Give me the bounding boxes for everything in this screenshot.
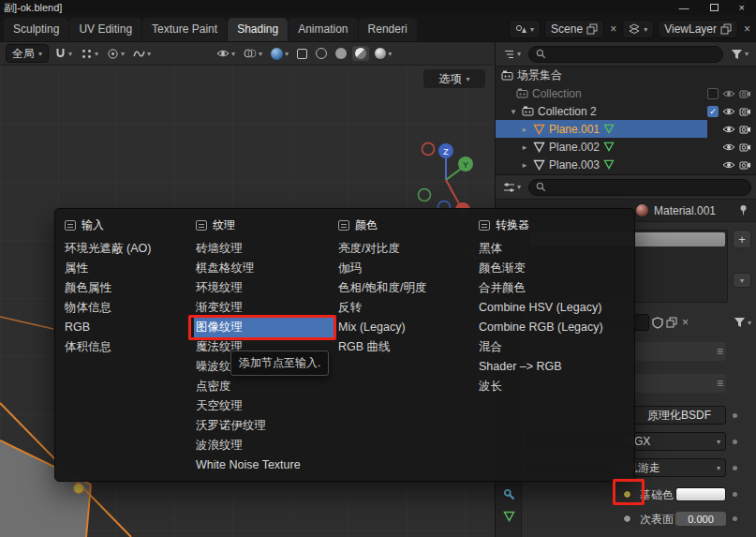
slot-specials-button[interactable]: ▾ (733, 273, 751, 288)
new-scene-icon[interactable] (586, 23, 598, 35)
decorator-dot[interactable] (733, 466, 737, 470)
menu-item[interactable]: 合并颜色 (477, 278, 629, 298)
xray-shading-dropdown[interactable]: ▾ (268, 46, 291, 62)
menu-item[interactable]: Combine RGB (Legacy) (477, 318, 629, 337)
close-button[interactable]: × (739, 1, 745, 14)
camera-icon[interactable] (739, 124, 751, 134)
outliner-row-collection-2[interactable]: ▾ Collection 2 ✓ (496, 102, 756, 120)
unlink-scene-button[interactable]: × (608, 22, 618, 36)
camera-icon[interactable] (739, 106, 751, 116)
expand-arrow-icon[interactable]: ▾ (509, 107, 518, 116)
menu-item[interactable]: Shader –> RGB (477, 357, 629, 377)
menu-item[interactable]: 颜色渐变 (477, 259, 629, 278)
tab-rendering[interactable]: Renderi (359, 18, 417, 41)
outliner-row-plane-003[interactable]: ▸ Plane.003 (496, 156, 756, 173)
tab-shading[interactable]: Shading (228, 18, 288, 41)
copy-material-icon[interactable] (666, 317, 677, 328)
eye-icon[interactable] (722, 106, 735, 117)
viewlayer-name-field[interactable]: ViewLayer (658, 20, 738, 38)
exclude-checkbox[interactable]: ✓ (707, 106, 719, 117)
outliner-row-plane-002[interactable]: ▸ Plane.002 (496, 138, 756, 156)
fake-user-shield-icon[interactable] (652, 317, 663, 329)
unlink-material-button[interactable]: × (680, 316, 690, 329)
minimize-button[interactable]: — (679, 1, 689, 14)
outliner-row-collection[interactable]: Collection (496, 84, 756, 102)
menu-item[interactable]: 波长 (477, 377, 629, 396)
menu-item[interactable]: White Noise Texture (194, 455, 334, 475)
scene-browse-button[interactable]: ▾ (509, 20, 541, 38)
menu-item[interactable]: Mix (Legacy) (336, 318, 475, 337)
falloff-dropdown[interactable]: ▾ (130, 46, 154, 62)
add-material-slot-button[interactable]: + (733, 230, 751, 248)
tab-sculpting[interactable]: Sculpting (4, 18, 68, 41)
proportional-edit-button[interactable]: ▾ (104, 46, 127, 62)
editor-type-dropdown[interactable]: ▾ (500, 47, 524, 62)
material-specials-dropdown[interactable]: ▾ (731, 315, 754, 330)
outliner-row-plane-001[interactable]: ▸ Plane.001 (496, 120, 756, 138)
expand-arrow-icon[interactable]: ▸ (520, 142, 529, 152)
value-socket-dot[interactable] (623, 515, 631, 523)
subsurface-value-slider[interactable]: 0.000 (675, 512, 726, 526)
menu-item[interactable]: 环境纹理 (194, 278, 334, 298)
decorator-dot[interactable] (733, 516, 737, 521)
overlays-dropdown[interactable]: ▾ (241, 46, 265, 61)
base-color-swatch[interactable] (675, 487, 726, 501)
tool-options-dropdown[interactable]: 选项 ▾ (423, 69, 485, 88)
remove-viewlayer-button[interactable]: × (742, 22, 752, 36)
menu-item[interactable]: 反转 (336, 298, 475, 318)
outliner-row-scene-collection[interactable]: 场景集合 (496, 67, 756, 84)
menu-item[interactable]: 混合 (477, 337, 629, 357)
tab-uv-editing[interactable]: UV Editing (69, 18, 141, 41)
menu-item[interactable]: 颜色属性 (63, 278, 194, 298)
camera-icon[interactable] (739, 142, 751, 152)
menu-item[interactable]: 色相/饱和度/明度 (336, 278, 475, 298)
camera-icon[interactable] (739, 88, 751, 98)
menu-item[interactable]: 亮度/对比度 (336, 239, 475, 259)
menu-item[interactable]: 黑体 (477, 239, 629, 259)
eye-icon[interactable] (722, 142, 735, 153)
pin-icon[interactable] (738, 204, 749, 216)
shading-mode-wireframe[interactable] (313, 46, 330, 61)
eye-icon[interactable] (722, 88, 735, 99)
snap-toggle-button[interactable]: ▾ (52, 46, 75, 62)
camera-icon[interactable] (739, 159, 751, 170)
tab-object-data-properties-icon[interactable] (503, 511, 515, 522)
viewlayer-browse-button[interactable]: ▾ (622, 20, 654, 38)
tab-animation[interactable]: Animation (289, 18, 357, 41)
snap-settings-button[interactable]: ▾ (78, 46, 101, 62)
render-pass-button[interactable] (294, 47, 310, 61)
menu-item[interactable]: 属性 (63, 259, 194, 278)
expand-arrow-icon[interactable]: ▸ (520, 125, 529, 134)
maximize-button[interactable] (710, 4, 719, 11)
menu-item[interactable]: 体积信息 (63, 337, 194, 357)
expand-arrow-icon[interactable]: ▸ (520, 160, 529, 170)
decorator-dot[interactable] (733, 413, 737, 418)
shading-mode-solid[interactable] (333, 46, 349, 61)
shading-mode-rendered[interactable]: ▾ (372, 46, 394, 61)
tab-modifier-properties-wrench-icon[interactable] (503, 488, 515, 500)
surface-shader-dropdown[interactable]: 原理化BSDF (632, 406, 726, 425)
scene-name-field[interactable]: Scene (544, 20, 604, 38)
menu-item[interactable]: RGB (63, 318, 194, 337)
menu-item[interactable]: 物体信息 (63, 298, 194, 318)
menu-item[interactable]: 沃罗诺伊纹理 (194, 416, 334, 436)
menu-item[interactable]: 点密度 (194, 377, 334, 396)
menu-item[interactable]: Combine HSV (Legacy) (477, 298, 629, 318)
menu-item[interactable]: 图像纹理 (194, 318, 334, 337)
panel-grip-icon[interactable]: ≡ (717, 377, 722, 390)
eye-icon[interactable] (722, 124, 735, 135)
shading-mode-material[interactable] (352, 46, 369, 61)
menu-item[interactable]: 环境光遮蔽 (AO) (63, 239, 194, 259)
outliner-filter-dropdown[interactable]: ▾ (728, 47, 751, 62)
new-viewlayer-icon[interactable] (720, 23, 732, 35)
exclude-checkbox[interactable] (707, 88, 719, 99)
panel-grip-icon[interactable]: ≡ (717, 345, 722, 358)
menu-item[interactable]: 棋盘格纹理 (194, 259, 334, 278)
gizmo-visibility-dropdown[interactable]: ▾ (214, 46, 238, 61)
decorator-dot[interactable] (733, 492, 737, 497)
menu-item[interactable]: 天空纹理 (194, 396, 334, 416)
eye-icon[interactable] (722, 159, 735, 171)
outliner-search-input[interactable] (528, 46, 723, 63)
tab-texture-paint[interactable]: Texture Paint (142, 18, 227, 41)
menu-item[interactable]: 波浪纹理 (194, 436, 334, 455)
